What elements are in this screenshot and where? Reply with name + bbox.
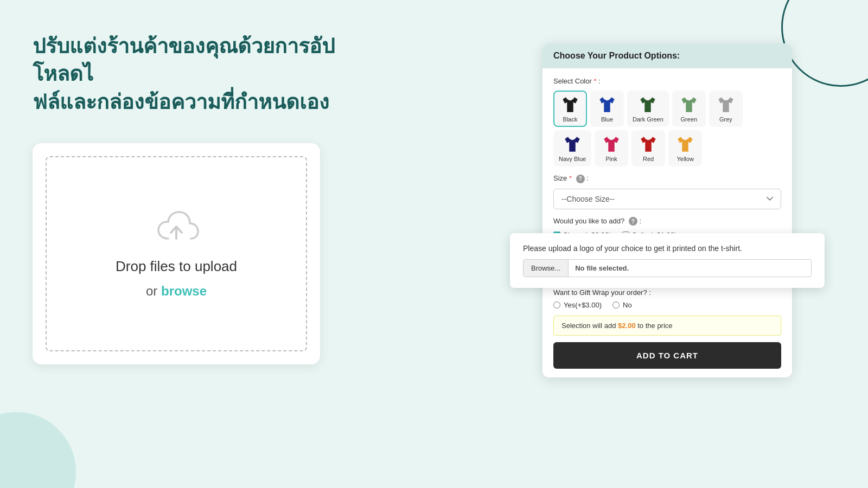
color-section-label: Select Color * : (553, 77, 781, 85)
gift-yes-label: Yes(+$3.00) (564, 301, 602, 309)
color-option-blue[interactable]: Blue (590, 91, 624, 127)
gift-yes-radio[interactable] (553, 301, 560, 309)
color-label-red: Red (643, 156, 654, 162)
color-label-navy-blue: Navy Blue (559, 156, 586, 162)
addons-label: Would you like to add? ? : (553, 217, 781, 226)
price-notice: Selection will add $2.00 to the price (553, 316, 781, 336)
color-option-green[interactable]: Green (672, 91, 706, 127)
add-to-cart-button[interactable]: ADD TO CART (553, 342, 781, 369)
main-heading: ปรับแต่งร้านค้าของคุณด้วยการอัปโหลดไ ฟล์… (33, 33, 358, 116)
cloud-upload-icon (152, 209, 201, 249)
color-label-grey: Grey (719, 116, 732, 123)
color-label-yellow: Yellow (676, 156, 693, 162)
size-section-label: Size * ? : (553, 174, 781, 183)
product-options-panel: Choose Your Product Options: Select Colo… (542, 43, 792, 377)
color-label-pink: Pink (605, 156, 617, 162)
drop-files-text: Drop files to upload (116, 258, 237, 275)
size-section: Size * ? : --Choose Size-- XS S M L XL X… (553, 174, 781, 209)
size-select[interactable]: --Choose Size-- XS S M L XL XXL (553, 189, 781, 209)
upload-logo-description: Please upload a logo of your choice to g… (523, 244, 812, 253)
gift-wrap-label: Want to Gift Wrap your order? : (553, 288, 781, 297)
panel-body: Select Color * : Black Blue Dark Green G… (542, 68, 792, 253)
color-label-dark-green: Dark Green (633, 116, 663, 123)
color-option-dark-green[interactable]: Dark Green (627, 91, 669, 127)
price-notice-after: to the price (637, 322, 672, 330)
left-section: ปรับแต่งร้านค้าของคุณด้วยการอัปโหลดไ ฟล์… (33, 33, 358, 364)
browse-link[interactable]: browse (161, 284, 207, 298)
color-label-blue: Blue (601, 116, 613, 123)
file-browse-button[interactable]: Browse... (524, 260, 569, 277)
addons-help-icon: ? (629, 217, 637, 226)
color-option-pink[interactable]: Pink (595, 130, 628, 166)
or-browse-row: or browse (146, 284, 207, 299)
upload-box-wrapper: Drop files to upload or browse (33, 143, 320, 364)
color-label-green: Green (681, 116, 698, 123)
color-option-yellow[interactable]: Yellow (668, 130, 702, 166)
decorative-circle-bottom-left (0, 412, 76, 488)
gift-no-radio[interactable] (612, 301, 620, 309)
file-status-text: No file selected. (569, 260, 635, 277)
color-option-red[interactable]: Red (631, 130, 665, 166)
color-option-navy-blue[interactable]: Navy Blue (553, 130, 591, 166)
upload-dropzone[interactable]: Drop files to upload or browse (46, 156, 307, 351)
upload-logo-card: Please upload a logo of your choice to g… (510, 233, 825, 288)
price-notice-before: Selection will add (561, 322, 616, 330)
panel-header: Choose Your Product Options: (542, 43, 792, 68)
gift-no-label: No (623, 301, 632, 309)
decorative-circle-top-right (781, 0, 868, 87)
gift-wrap-options: Yes(+$3.00) No (553, 301, 781, 309)
size-help-icon: ? (576, 175, 585, 183)
gift-yes-option[interactable]: Yes(+$3.00) (553, 301, 602, 309)
price-amount: $2.00 (618, 322, 636, 330)
gift-wrap-section: Want to Gift Wrap your order? : Yes(+$3.… (553, 288, 781, 309)
gift-no-option[interactable]: No (612, 301, 632, 309)
color-label-black: Black (563, 116, 578, 123)
file-input-row: Browse... No file selected. (523, 259, 812, 277)
color-option-black[interactable]: Black (553, 91, 587, 127)
color-grid: Black Blue Dark Green Green Grey Navy Bl… (553, 91, 781, 166)
color-option-grey[interactable]: Grey (709, 91, 743, 127)
